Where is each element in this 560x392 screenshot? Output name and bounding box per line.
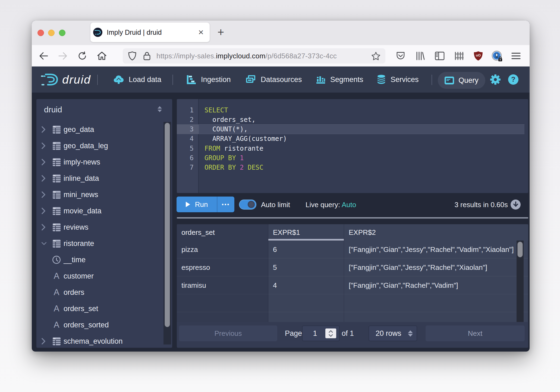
tree-item-geo_data_leg[interactable]: geo_data_leg [36, 138, 162, 154]
tree-item-movie_data[interactable]: movie_data [36, 203, 162, 219]
column-header-expr2[interactable]: EXPR$2 [344, 224, 528, 241]
ingestion-icon [187, 75, 196, 84]
browser-tab[interactable]: Imply Druid | druid × [90, 23, 210, 42]
tree-item-customer[interactable]: A customer [36, 268, 162, 284]
tree-item-mini_news[interactable]: mini_news [36, 186, 162, 203]
tree-item-orders[interactable]: A orders [36, 284, 162, 301]
cell[interactable]: 4 [268, 276, 344, 294]
chevron-right-icon[interactable] [41, 203, 47, 219]
tree-item-reviews[interactable]: reviews [36, 219, 162, 235]
forward-icon[interactable] [57, 45, 69, 67]
code-line[interactable]: 1SELECT [177, 105, 528, 115]
url-text[interactable]: https://imply-sales.implycloud.com/p/6d5… [156, 52, 371, 60]
code-line[interactable]: 3 COUNT(*), [177, 124, 528, 134]
chevron-right-icon[interactable] [41, 170, 47, 186]
panel-resize-splitter[interactable] [177, 217, 528, 219]
auto-limit-toggle[interactable] [239, 200, 256, 210]
nav-segments[interactable]: Segments [316, 67, 363, 93]
home-icon[interactable] [96, 45, 108, 67]
table-row[interactable]: espresso 5 ["Fangjin","Gian","Jessy","Ra… [177, 258, 528, 276]
code-line[interactable]: 7ORDER BY 2 DESC [177, 163, 528, 172]
tree-item-ristorante[interactable]: ristorante [36, 235, 162, 252]
page-label: Page [285, 325, 302, 341]
nav-load-data[interactable]: Load data [113, 67, 161, 93]
table-icon [52, 203, 61, 219]
chevron-right-icon[interactable] [41, 138, 47, 154]
run-button[interactable]: Run [177, 197, 217, 212]
nav-services[interactable]: Services [377, 67, 419, 93]
code-line[interactable]: 4 ARRAY_AGG(customer) [177, 134, 528, 144]
chevron-right-icon[interactable] [41, 219, 47, 235]
chevron-right-icon[interactable] [41, 186, 47, 203]
tab-title: Imply Druid | druid [107, 29, 196, 36]
tree-item-orders_sorted[interactable]: A orders_sorted [36, 317, 162, 333]
table-scrollbar-thumb[interactable] [517, 242, 523, 257]
onepassword-icon[interactable] [491, 45, 503, 67]
cell[interactable]: 5 [268, 258, 344, 276]
table-row[interactable]: tiramisu 4 ["Fangjin","Gian","Rachel","V… [177, 276, 528, 294]
results-table: orders_set EXPR$1 EXPR$2 pizza 6 ["Fangj… [177, 224, 528, 348]
sql-keyword: GROUP BY [205, 154, 240, 162]
nav-query-button[interactable]: Query [438, 72, 485, 89]
cell[interactable]: ["Fangjin","Gian","Jessy","Rachel","Vadi… [344, 241, 528, 258]
cell[interactable]: ["Fangjin","Gian","Jessy","Rachel","Xiao… [344, 258, 528, 276]
pocket-icon[interactable] [395, 45, 406, 67]
containers-fence-icon[interactable] [454, 45, 465, 67]
code-line[interactable]: 5FROM ristorante [177, 144, 528, 153]
previous-page-button[interactable]: Previous [179, 325, 277, 341]
reload-icon[interactable] [77, 45, 88, 67]
cell[interactable]: ["Fangjin","Gian","Rachel","Vadim"] [344, 276, 528, 294]
chevron-down-icon[interactable] [41, 235, 47, 252]
cell[interactable]: 6 [268, 241, 344, 258]
sidebar-toggle-icon[interactable] [434, 45, 445, 67]
next-page-button[interactable]: Next [426, 325, 525, 341]
new-tab-button[interactable]: + [214, 26, 227, 39]
minimize-window-button[interactable] [48, 30, 55, 36]
tree-item-__time[interactable]: __time [36, 252, 162, 268]
code-line[interactable]: 2 orders_set, [177, 115, 528, 125]
sql-editor[interactable]: 1SELECT 2 orders_set, 3 COUNT(*), 4 ARRA… [177, 99, 528, 193]
line-number: 5 [177, 144, 194, 153]
tree-item-orders_set[interactable]: A orders_set [36, 301, 162, 317]
back-icon[interactable] [38, 45, 49, 67]
nav-datasources[interactable]: Datasources [245, 67, 302, 93]
close-window-button[interactable] [37, 30, 44, 36]
settings-gear-icon[interactable] [490, 67, 501, 93]
tree-item-inline_data[interactable]: inline_data [36, 170, 162, 186]
chevron-right-icon[interactable] [41, 154, 47, 170]
library-icon[interactable] [414, 45, 426, 67]
chevron-right-icon[interactable] [41, 333, 47, 348]
page-stepper[interactable] [325, 328, 336, 338]
download-results-icon[interactable] [511, 200, 521, 210]
sidebar-scrollbar-thumb[interactable] [165, 123, 170, 327]
code-line[interactable]: 6GROUP BY 1 [177, 153, 528, 163]
table-row[interactable]: pizza 6 ["Fangjin","Gian","Jessy","Rache… [177, 241, 528, 258]
tracking-shield-icon[interactable] [128, 51, 136, 61]
schema-selector[interactable]: druid [36, 99, 172, 121]
cell[interactable]: pizza [177, 241, 268, 258]
column-header-expr1[interactable]: EXPR$1 [268, 224, 344, 241]
chevron-right-icon[interactable] [41, 121, 47, 138]
druid-logo-icon[interactable] [41, 67, 59, 93]
tree-item-geo_data[interactable]: geo_data [36, 121, 162, 138]
zoom-window-button[interactable] [59, 30, 65, 36]
tree-item-schema_evolution[interactable]: schema_evolution [36, 333, 162, 348]
rows-per-page-select[interactable]: 20 rows [369, 325, 417, 341]
ublock-origin-icon[interactable]: uO [472, 45, 484, 67]
run-more-button[interactable]: ••• [217, 197, 234, 212]
menu-hamburger-icon[interactable] [510, 45, 522, 67]
url-bar[interactable]: https://imply-sales.implycloud.com/p/6d5… [123, 48, 385, 64]
cell[interactable]: espresso [177, 258, 268, 276]
bookmark-star-icon[interactable] [371, 52, 380, 61]
druid-wordmark[interactable]: druid [62, 67, 91, 93]
close-tab-icon[interactable]: × [196, 27, 206, 38]
column-header-orders_set[interactable]: orders_set [177, 224, 268, 241]
nav-ingestion[interactable]: Ingestion [187, 67, 231, 93]
cell[interactable]: tiramisu [177, 276, 268, 294]
help-icon[interactable]: ? [508, 67, 519, 93]
tree-item-imply-news[interactable]: imply-news [36, 154, 162, 170]
page-number-value[interactable] [303, 326, 328, 341]
live-query-value[interactable]: Auto [342, 201, 356, 209]
page-number-input[interactable] [302, 325, 340, 341]
lock-icon[interactable] [143, 52, 150, 60]
